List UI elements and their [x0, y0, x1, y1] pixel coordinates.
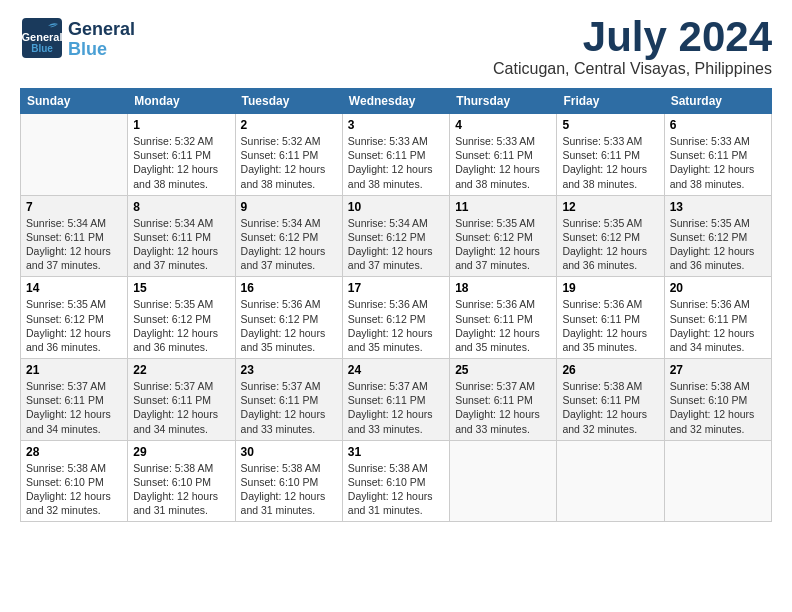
calendar-week-row: 28Sunrise: 5:38 AM Sunset: 6:10 PM Dayli… — [21, 440, 772, 522]
calendar-cell — [450, 440, 557, 522]
calendar-cell: 11Sunrise: 5:35 AM Sunset: 6:12 PM Dayli… — [450, 195, 557, 277]
day-info: Sunrise: 5:38 AM Sunset: 6:10 PM Dayligh… — [241, 461, 337, 518]
day-number: 17 — [348, 281, 444, 295]
calendar-week-row: 21Sunrise: 5:37 AM Sunset: 6:11 PM Dayli… — [21, 359, 772, 441]
day-info: Sunrise: 5:33 AM Sunset: 6:11 PM Dayligh… — [455, 134, 551, 191]
day-info: Sunrise: 5:37 AM Sunset: 6:11 PM Dayligh… — [133, 379, 229, 436]
day-info: Sunrise: 5:37 AM Sunset: 6:11 PM Dayligh… — [26, 379, 122, 436]
day-info: Sunrise: 5:35 AM Sunset: 6:12 PM Dayligh… — [455, 216, 551, 273]
calendar-cell: 29Sunrise: 5:38 AM Sunset: 6:10 PM Dayli… — [128, 440, 235, 522]
calendar-cell — [21, 114, 128, 196]
header-cell-monday: Monday — [128, 89, 235, 114]
day-number: 7 — [26, 200, 122, 214]
day-number: 28 — [26, 445, 122, 459]
calendar-subtitle: Caticugan, Central Visayas, Philippines — [493, 60, 772, 78]
day-number: 1 — [133, 118, 229, 132]
day-number: 24 — [348, 363, 444, 377]
day-info: Sunrise: 5:38 AM Sunset: 6:10 PM Dayligh… — [26, 461, 122, 518]
calendar-cell: 15Sunrise: 5:35 AM Sunset: 6:12 PM Dayli… — [128, 277, 235, 359]
svg-text:General: General — [22, 31, 63, 43]
day-info: Sunrise: 5:36 AM Sunset: 6:11 PM Dayligh… — [455, 297, 551, 354]
day-number: 8 — [133, 200, 229, 214]
day-number: 14 — [26, 281, 122, 295]
calendar-cell: 14Sunrise: 5:35 AM Sunset: 6:12 PM Dayli… — [21, 277, 128, 359]
day-number: 4 — [455, 118, 551, 132]
calendar-cell: 21Sunrise: 5:37 AM Sunset: 6:11 PM Dayli… — [21, 359, 128, 441]
day-info: Sunrise: 5:37 AM Sunset: 6:11 PM Dayligh… — [348, 379, 444, 436]
logo-text-general: General — [68, 20, 135, 40]
day-info: Sunrise: 5:34 AM Sunset: 6:12 PM Dayligh… — [241, 216, 337, 273]
day-number: 12 — [562, 200, 658, 214]
calendar-cell: 23Sunrise: 5:37 AM Sunset: 6:11 PM Dayli… — [235, 359, 342, 441]
calendar-cell: 19Sunrise: 5:36 AM Sunset: 6:11 PM Dayli… — [557, 277, 664, 359]
calendar-cell: 28Sunrise: 5:38 AM Sunset: 6:10 PM Dayli… — [21, 440, 128, 522]
title-block: July 2024 Caticugan, Central Visayas, Ph… — [493, 16, 772, 78]
header-cell-wednesday: Wednesday — [342, 89, 449, 114]
day-number: 27 — [670, 363, 766, 377]
calendar-cell: 7Sunrise: 5:34 AM Sunset: 6:11 PM Daylig… — [21, 195, 128, 277]
day-info: Sunrise: 5:35 AM Sunset: 6:12 PM Dayligh… — [562, 216, 658, 273]
calendar-header-row: SundayMondayTuesdayWednesdayThursdayFrid… — [21, 89, 772, 114]
day-info: Sunrise: 5:35 AM Sunset: 6:12 PM Dayligh… — [670, 216, 766, 273]
calendar-cell: 6Sunrise: 5:33 AM Sunset: 6:11 PM Daylig… — [664, 114, 771, 196]
day-info: Sunrise: 5:36 AM Sunset: 6:12 PM Dayligh… — [348, 297, 444, 354]
calendar-cell: 16Sunrise: 5:36 AM Sunset: 6:12 PM Dayli… — [235, 277, 342, 359]
day-number: 21 — [26, 363, 122, 377]
calendar-week-row: 7Sunrise: 5:34 AM Sunset: 6:11 PM Daylig… — [21, 195, 772, 277]
day-number: 15 — [133, 281, 229, 295]
day-info: Sunrise: 5:32 AM Sunset: 6:11 PM Dayligh… — [241, 134, 337, 191]
day-info: Sunrise: 5:37 AM Sunset: 6:11 PM Dayligh… — [455, 379, 551, 436]
day-number: 29 — [133, 445, 229, 459]
logo: General Blue General Blue — [20, 16, 135, 64]
calendar-table: SundayMondayTuesdayWednesdayThursdayFrid… — [20, 88, 772, 522]
day-number: 10 — [348, 200, 444, 214]
calendar-cell: 24Sunrise: 5:37 AM Sunset: 6:11 PM Dayli… — [342, 359, 449, 441]
day-info: Sunrise: 5:38 AM Sunset: 6:10 PM Dayligh… — [670, 379, 766, 436]
day-info: Sunrise: 5:35 AM Sunset: 6:12 PM Dayligh… — [133, 297, 229, 354]
day-info: Sunrise: 5:35 AM Sunset: 6:12 PM Dayligh… — [26, 297, 122, 354]
day-number: 16 — [241, 281, 337, 295]
calendar-title: July 2024 — [493, 16, 772, 58]
calendar-cell: 27Sunrise: 5:38 AM Sunset: 6:10 PM Dayli… — [664, 359, 771, 441]
calendar-cell: 8Sunrise: 5:34 AM Sunset: 6:11 PM Daylig… — [128, 195, 235, 277]
header-cell-thursday: Thursday — [450, 89, 557, 114]
day-info: Sunrise: 5:34 AM Sunset: 6:11 PM Dayligh… — [26, 216, 122, 273]
day-info: Sunrise: 5:36 AM Sunset: 6:12 PM Dayligh… — [241, 297, 337, 354]
calendar-cell: 13Sunrise: 5:35 AM Sunset: 6:12 PM Dayli… — [664, 195, 771, 277]
day-info: Sunrise: 5:33 AM Sunset: 6:11 PM Dayligh… — [562, 134, 658, 191]
calendar-cell: 31Sunrise: 5:38 AM Sunset: 6:10 PM Dayli… — [342, 440, 449, 522]
header-cell-friday: Friday — [557, 89, 664, 114]
logo-text-blue: Blue — [68, 40, 135, 60]
calendar-cell: 25Sunrise: 5:37 AM Sunset: 6:11 PM Dayli… — [450, 359, 557, 441]
day-number: 18 — [455, 281, 551, 295]
calendar-cell: 26Sunrise: 5:38 AM Sunset: 6:11 PM Dayli… — [557, 359, 664, 441]
day-number: 19 — [562, 281, 658, 295]
day-number: 6 — [670, 118, 766, 132]
day-info: Sunrise: 5:33 AM Sunset: 6:11 PM Dayligh… — [348, 134, 444, 191]
calendar-cell: 17Sunrise: 5:36 AM Sunset: 6:12 PM Dayli… — [342, 277, 449, 359]
svg-text:Blue: Blue — [31, 43, 53, 54]
calendar-cell — [664, 440, 771, 522]
calendar-cell: 20Sunrise: 5:36 AM Sunset: 6:11 PM Dayli… — [664, 277, 771, 359]
day-info: Sunrise: 5:36 AM Sunset: 6:11 PM Dayligh… — [562, 297, 658, 354]
day-info: Sunrise: 5:33 AM Sunset: 6:11 PM Dayligh… — [670, 134, 766, 191]
calendar-cell: 1Sunrise: 5:32 AM Sunset: 6:11 PM Daylig… — [128, 114, 235, 196]
day-info: Sunrise: 5:38 AM Sunset: 6:11 PM Dayligh… — [562, 379, 658, 436]
calendar-cell: 18Sunrise: 5:36 AM Sunset: 6:11 PM Dayli… — [450, 277, 557, 359]
day-number: 31 — [348, 445, 444, 459]
day-number: 2 — [241, 118, 337, 132]
calendar-cell: 9Sunrise: 5:34 AM Sunset: 6:12 PM Daylig… — [235, 195, 342, 277]
calendar-cell: 10Sunrise: 5:34 AM Sunset: 6:12 PM Dayli… — [342, 195, 449, 277]
calendar-cell: 22Sunrise: 5:37 AM Sunset: 6:11 PM Dayli… — [128, 359, 235, 441]
calendar-cell — [557, 440, 664, 522]
day-number: 11 — [455, 200, 551, 214]
day-number: 30 — [241, 445, 337, 459]
day-number: 9 — [241, 200, 337, 214]
day-info: Sunrise: 5:32 AM Sunset: 6:11 PM Dayligh… — [133, 134, 229, 191]
calendar-body: 1Sunrise: 5:32 AM Sunset: 6:11 PM Daylig… — [21, 114, 772, 522]
day-info: Sunrise: 5:34 AM Sunset: 6:12 PM Dayligh… — [348, 216, 444, 273]
page-header: General Blue General Blue July 2024 Cati… — [20, 16, 772, 78]
day-number: 25 — [455, 363, 551, 377]
calendar-week-row: 14Sunrise: 5:35 AM Sunset: 6:12 PM Dayli… — [21, 277, 772, 359]
calendar-cell: 4Sunrise: 5:33 AM Sunset: 6:11 PM Daylig… — [450, 114, 557, 196]
